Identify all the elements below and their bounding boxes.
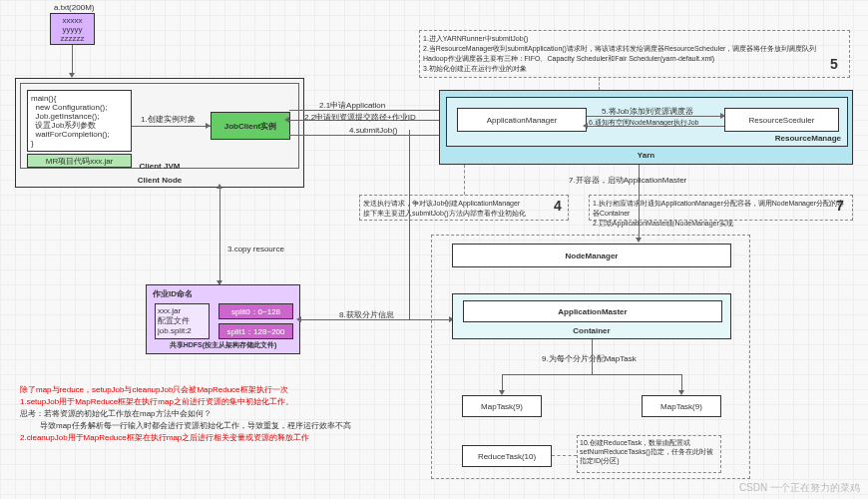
jobclient-box: JobClient实例	[211, 112, 290, 140]
badge4: 4	[554, 198, 562, 214]
c3	[219, 188, 220, 282]
l9: 9.为每个分片分配MapTask	[542, 353, 637, 364]
a8l	[296, 316, 301, 322]
c-n4	[464, 165, 465, 195]
l7: 7.开容器，启动ApplicationMaster	[569, 175, 686, 186]
bn4: 导致map任务解析每一行输入时都会进行资源初始化工作，导致重复，程序运行效率不高	[20, 420, 419, 432]
l6: 6.通知有空闲NodeManager执行Job	[589, 118, 699, 128]
c4	[289, 135, 459, 136]
bn3: 思考：若将资源的初始化工作放在map方法中会如何？	[20, 408, 419, 420]
note4: 发送执行请求，争对该Job创建ApplicationManager 接下来主要进…	[359, 195, 569, 221]
hdfs-box: 作业ID命名 xxx.jar 配置文件 job.split:2 split0：0…	[146, 284, 300, 354]
split0: split0：0~128	[218, 303, 293, 319]
cloop2	[409, 319, 431, 320]
note5: 1.进入YARNRunner中submitJob() 2.当ResourceMa…	[419, 30, 850, 78]
a22	[284, 117, 289, 123]
appmaster: ApplicationMaster	[463, 300, 722, 322]
nodemanager: NodeManager	[452, 244, 731, 267]
l5: 5.将Job添加到资源调度器	[602, 106, 693, 117]
a-main-jc	[206, 123, 211, 129]
l21: 2.1申请Application	[319, 100, 385, 111]
note10: 10.创建ReduceTask，数量由配置或setNumReduceTasks(…	[577, 435, 721, 473]
reducetask: ReduceTask(10)	[462, 445, 552, 467]
hdfs-title: 作业ID命名	[153, 288, 193, 299]
badge7: 7	[836, 198, 844, 214]
file-label: a.txt(200M)	[54, 3, 94, 12]
note7: 1.执行相应请求时通知ApplicationManager分配容器，调用Node…	[589, 195, 853, 221]
container-title: Container	[453, 324, 730, 337]
split1: split1：128~200	[218, 323, 293, 339]
c9h	[502, 374, 681, 375]
l22: 2.2申请到资源提交路径+作业ID	[304, 112, 416, 123]
l8: 8.获取分片信息	[339, 309, 394, 320]
watermark: CSDN 一个正在努力的菜鸡	[739, 481, 860, 495]
file-l3: zzzzzz	[51, 34, 94, 43]
rs-box: ResourceSceduler	[724, 108, 839, 132]
yarn-title: Yarn	[440, 149, 852, 162]
maptask1: MapTask(9)	[462, 395, 542, 417]
client-title: Client Node	[16, 174, 303, 187]
main-code: main(){ new Configuration(); Job.getInst…	[27, 90, 132, 152]
bn5: 2.cleanupJob用于MapReduce框架在执行map之后进行相关变量或…	[20, 432, 419, 444]
nm-cluster: NodeManager ApplicationMaster Container …	[431, 235, 750, 479]
c-n5	[599, 78, 600, 90]
step1-label: 1.创建实例对象	[141, 114, 196, 125]
file-l1: xxxxx	[51, 16, 94, 25]
file-box: xxxxx yyyyy zzzzzz	[50, 13, 95, 45]
hdfs-item: xxx.jar 配置文件 job.split:2	[155, 303, 210, 339]
bn2: 1.setupJob用于MapReduce框架在执行map之前进行资源的集中初始…	[20, 396, 419, 408]
l3: 3.copy resource	[227, 245, 284, 253]
file-l2: yyyyy	[51, 25, 94, 34]
rm-title: ResourceManage	[775, 132, 841, 145]
a6	[583, 123, 588, 129]
yarn-box: ApplicationManager ResourceSceduler 5.将J…	[439, 90, 853, 165]
a3u	[217, 184, 222, 189]
appmgr-box: ApplicationManager	[457, 108, 587, 132]
badge5: 5	[830, 56, 838, 72]
conn-file-client	[72, 45, 73, 73]
hdfs-footer: 共享HDFS(按主从架构存储此文件)	[147, 338, 299, 352]
jvm-title: Client JVM	[16, 160, 303, 173]
client-node: main(){ new Configuration(); Job.getInst…	[15, 78, 304, 188]
cloop	[409, 130, 410, 319]
client-jvm: main(){ new Configuration(); Job.getInst…	[20, 83, 299, 169]
bn1: 除了map与reduce，setupJob与cleanupJob只会被MapRe…	[20, 384, 419, 396]
c-main-jc	[132, 126, 211, 127]
container-box: ApplicationMaster Container	[452, 293, 731, 339]
a5	[720, 113, 725, 119]
c-n10	[552, 455, 577, 456]
maptask2: MapTask(9)	[642, 395, 721, 417]
l4: 4.submitJob()	[349, 126, 397, 135]
rm-box: ApplicationManager ResourceSceduler 5.将J…	[446, 97, 848, 147]
bottom-notes: 除了map与reduce，setupJob与cleanupJob只会被MapRe…	[20, 384, 419, 444]
